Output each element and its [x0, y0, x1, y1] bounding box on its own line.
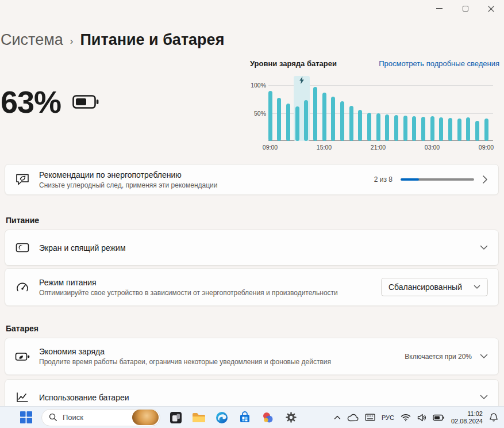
row-title: Использование батареи: [39, 393, 129, 402]
battery-level-bar: [457, 119, 461, 141]
battery-level-bar: [286, 104, 290, 141]
taskbar-search[interactable]: Поиск: [41, 409, 160, 426]
section-header-battery: Батарея: [6, 324, 39, 333]
battery-level-bar: [295, 106, 299, 141]
language-indicator[interactable]: РУС: [382, 414, 394, 421]
view-details-link[interactable]: Просмотреть подробные сведения: [379, 59, 499, 68]
power-mode-dropdown[interactable]: Сбалансированный: [381, 278, 488, 296]
y-axis-tick-label: 100%: [251, 82, 266, 89]
battery-summary: 63%: [1, 84, 99, 120]
file-explorer-button[interactable]: [191, 410, 206, 425]
volume-tray-button[interactable]: [417, 414, 426, 422]
maximize-button[interactable]: [452, 0, 478, 17]
battery-level-bar: [277, 98, 281, 141]
battery-icon: [72, 93, 99, 110]
clock[interactable]: 11:02 02.08.2024: [451, 410, 483, 425]
x-axis-tick-label: 09:00: [263, 144, 278, 151]
recommendations-subtitle: Снизьте углеродный след, применяя эти ре…: [39, 181, 218, 189]
battery-level-bar: [448, 118, 452, 141]
gear-icon: [285, 411, 297, 423]
battery-level-bar: [421, 117, 425, 141]
battery-level-bar: [349, 106, 353, 141]
battery-level-bar: [340, 101, 344, 141]
bell-icon: [489, 412, 498, 422]
colorful-app-icon: [261, 411, 274, 424]
search-placeholder: Поиск: [63, 413, 132, 422]
onedrive-tray-button[interactable]: [347, 414, 359, 422]
tray-show-hidden-icons-button[interactable]: [334, 415, 341, 420]
tray-date: 02.08.2024: [451, 418, 483, 425]
battery-saver-setting-value: Включается при 20%: [405, 353, 472, 361]
folder-icon: [192, 412, 206, 423]
row-screen-and-sleep[interactable]: Экран и спящий режим: [5, 230, 499, 266]
display-sleep-icon: [14, 242, 30, 254]
search-highlight-image: [132, 410, 159, 425]
search-icon: [49, 413, 57, 422]
battery-level-bar: [385, 114, 389, 141]
window-controls: [426, 0, 504, 17]
microsoft-store-button[interactable]: [237, 410, 252, 425]
row-subtitle: Продлите время работы батареи, ограничив…: [39, 358, 331, 366]
minimize-icon: [436, 8, 443, 9]
x-axis-tick-label: 03:00: [425, 144, 440, 151]
battery-chart-plot: 100% 50%: [270, 85, 486, 141]
wifi-tray-button[interactable]: [401, 414, 411, 422]
keyboard-icon: [365, 414, 375, 421]
chevron-down-icon[interactable]: [480, 395, 488, 400]
touch-keyboard-button[interactable]: [365, 414, 375, 421]
battery-chart: Уровни заряда батареи Просмотреть подроб…: [250, 59, 499, 153]
windows-logo-icon: [20, 411, 32, 423]
task-view-button[interactable]: [168, 410, 183, 425]
energy-recommendations-row[interactable]: Рекомендации по энергопотреблению Снизьт…: [5, 164, 499, 195]
battery-level-bar: [331, 97, 335, 141]
y-axis-tick-label: 50%: [254, 110, 266, 117]
chevron-down-icon[interactable]: [480, 245, 488, 250]
row-subtitle: Оптимизируйте свое устройство в зависимо…: [39, 289, 338, 297]
pinned-app-button[interactable]: [260, 410, 275, 425]
battery-level-bar: [403, 116, 407, 141]
battery-level-bar: [322, 93, 326, 141]
chevron-down-icon[interactable]: [480, 354, 488, 359]
battery-percent: 63%: [1, 84, 61, 120]
breadcrumb-separator-icon: ›: [70, 33, 74, 47]
section-header-power: Питание: [6, 216, 39, 225]
chevron-down-icon: [474, 285, 480, 289]
start-button[interactable]: [18, 410, 33, 425]
store-icon: [238, 411, 251, 424]
battery-level-bar: [367, 113, 371, 141]
battery-saver-icon: [14, 351, 30, 362]
power-mode-gauge-icon: [14, 281, 30, 293]
notifications-button[interactable]: [489, 412, 498, 422]
battery-usage-chart-icon: [14, 392, 30, 403]
eco-progress-fill: [401, 178, 419, 181]
x-axis-tick-label: 15:00: [317, 144, 332, 151]
breadcrumb-parent[interactable]: Система: [1, 31, 63, 49]
tray-time: 11:02: [451, 410, 483, 418]
battery-level-bar: [313, 87, 317, 141]
x-axis-tick-label: 21:00: [371, 144, 386, 151]
battery-level-bar: [394, 115, 398, 141]
battery-tray-button[interactable]: [433, 414, 445, 421]
row-title: Экран и спящий режим: [39, 243, 126, 253]
battery-level-bar: [484, 119, 488, 141]
power-mode-selected-value: Сбалансированный: [388, 282, 462, 292]
edge-icon: [216, 411, 228, 424]
settings-button[interactable]: [283, 410, 298, 425]
battery-level-bar: [439, 117, 443, 141]
minimize-button[interactable]: [426, 0, 452, 17]
chevron-right-icon[interactable]: [482, 175, 488, 184]
close-button[interactable]: [478, 0, 504, 17]
row-battery-saver[interactable]: Экономия заряда Продлите время работы ба…: [5, 338, 499, 375]
battery-level-bar: [358, 110, 362, 141]
speaker-icon: [417, 414, 426, 422]
battery-level-bar: [430, 116, 434, 141]
close-icon: [488, 6, 494, 12]
charging-bolt-icon: [299, 77, 304, 84]
battery-level-bar: [466, 117, 470, 141]
chevron-up-icon: [334, 415, 341, 420]
row-title: Режим питания: [39, 278, 338, 287]
battery-level-bar: [475, 121, 479, 141]
edge-browser-button[interactable]: [214, 410, 229, 425]
battery-tray-icon: [433, 414, 445, 421]
battery-level-bar: [304, 100, 308, 141]
